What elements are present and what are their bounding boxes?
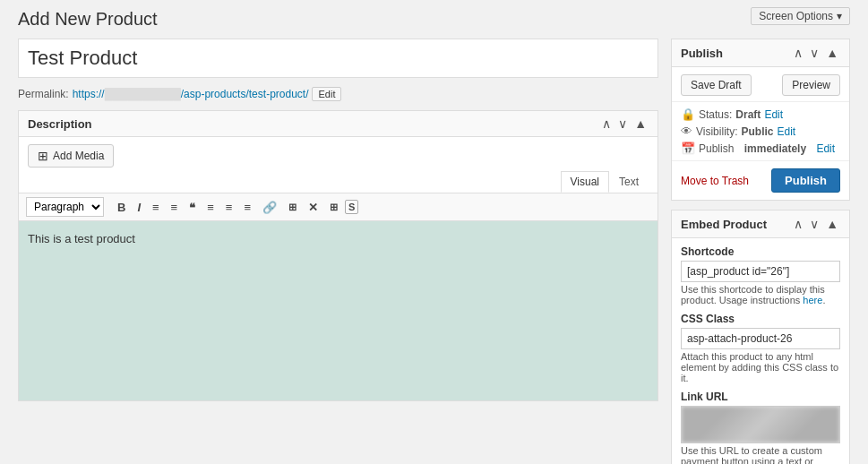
toolbar-bold-button[interactable]: B: [113, 199, 130, 216]
link-url-hint: Use this URL to create a custom payment …: [681, 445, 840, 464]
embed-product-panel: Embed Product ∧ ∨ ▲ Shortcode Use this s…: [671, 210, 850, 464]
tab-text[interactable]: Text: [609, 171, 649, 193]
status-edit-link[interactable]: Edit: [764, 108, 783, 121]
paragraph-select[interactable]: Paragraph: [26, 197, 104, 217]
toolbar-link-button[interactable]: 🔗: [258, 199, 281, 216]
shortcode-input[interactable]: [681, 261, 840, 282]
add-media-icon: ⊞: [38, 149, 48, 163]
preview-button[interactable]: Preview: [782, 74, 840, 96]
status-meta-item: 🔒 Status: Draft Edit: [681, 107, 840, 121]
publish-panel-controls: ∧ ∨ ▲: [792, 46, 840, 60]
tab-visual[interactable]: Visual: [561, 171, 609, 193]
toolbar-ol-button[interactable]: ≡: [167, 199, 183, 216]
permalink-url[interactable]: https://██████████/asp-products/test-pro…: [73, 88, 309, 100]
page-title: Add New Product: [18, 9, 850, 30]
visibility-label: Visibility:: [696, 125, 737, 138]
description-box: Description ∧ ∨ ▲ ⊞ Add Media: [18, 110, 658, 401]
css-class-input[interactable]: [681, 328, 840, 349]
toolbar-ul-button[interactable]: ≡: [148, 199, 164, 216]
embed-panel-body: Shortcode Use this shortcode to display …: [672, 238, 849, 464]
chevron-down-icon: ▾: [837, 10, 842, 22]
permalink-bar: Permalink: https://██████████/asp-produc…: [18, 87, 658, 101]
lock-icon: 🔒: [681, 107, 695, 121]
description-title: Description: [28, 117, 92, 131]
toolbar-italic-button[interactable]: I: [133, 199, 145, 216]
shortcode-field-group: Shortcode Use this shortcode to display …: [681, 245, 840, 305]
publish-time-edit-link[interactable]: Edit: [816, 142, 835, 155]
right-column: Publish ∧ ∨ ▲ Save Draft Preview 🔒 Statu…: [671, 39, 850, 464]
description-collapse-up-button[interactable]: ∧: [600, 116, 613, 131]
add-media-bar: ⊞ Add Media: [19, 137, 657, 171]
toolbar-align-left-button[interactable]: ≡: [202, 199, 219, 216]
embed-panel-title: Embed Product: [681, 218, 767, 231]
shortcode-label: Shortcode: [681, 245, 840, 258]
toolbar-table2-button[interactable]: ⊞: [325, 200, 342, 215]
embed-panel-up-button[interactable]: ∧: [792, 217, 804, 231]
save-draft-button[interactable]: Save Draft: [681, 74, 752, 96]
link-url-blur-overlay: [682, 407, 839, 443]
visibility-edit-link[interactable]: Edit: [777, 125, 795, 138]
left-column: Permalink: https://██████████/asp-produc…: [18, 39, 658, 401]
publish-button[interactable]: Publish: [771, 168, 840, 193]
publish-panel-up-button[interactable]: ∧: [792, 46, 804, 60]
editor-text: This is a test product: [28, 232, 135, 245]
link-url-preview: [681, 406, 840, 443]
css-class-label: CSS Class: [681, 313, 840, 325]
description-header-controls: ∧ ∨ ▲: [600, 116, 649, 131]
screen-options-button[interactable]: Screen Options ▾: [751, 7, 850, 25]
embed-panel-controls: ∧ ∨ ▲: [792, 217, 840, 231]
publish-panel-down-button[interactable]: ∨: [808, 46, 821, 60]
embed-panel-expand-button[interactable]: ▲: [824, 217, 840, 231]
shortcode-hint-link[interactable]: here: [803, 295, 822, 305]
description-expand-button[interactable]: ▲: [632, 116, 649, 131]
description-header: Description ∧ ∨ ▲: [19, 111, 657, 137]
add-media-label: Add Media: [53, 150, 104, 162]
permalink-edit-button[interactable]: Edit: [312, 87, 341, 101]
publish-panel-title: Publish: [681, 47, 723, 60]
toolbar-source-button[interactable]: S: [345, 200, 358, 214]
toolbar-blockquote-button[interactable]: ❝: [185, 199, 200, 216]
publish-footer: Move to Trash Publish: [672, 161, 849, 200]
product-title-input[interactable]: [18, 39, 658, 78]
css-class-field-group: CSS Class Attach this product to any htm…: [681, 313, 840, 383]
status-value: Draft: [735, 108, 761, 121]
toolbar-align-right-button[interactable]: ≡: [239, 199, 255, 216]
description-collapse-down-button[interactable]: ∨: [616, 116, 629, 131]
publish-meta: 🔒 Status: Draft Edit 👁 Visibility: Publi…: [672, 101, 849, 161]
add-media-button[interactable]: ⊞ Add Media: [28, 144, 114, 168]
css-class-hint: Attach this product to any html element …: [681, 351, 840, 383]
toolbar-table-button[interactable]: ⊞: [284, 200, 301, 215]
visibility-value: Public: [741, 125, 773, 138]
publish-panel: Publish ∧ ∨ ▲ Save Draft Preview 🔒 Statu…: [671, 39, 850, 201]
toolbar-align-center-button[interactable]: ≡: [221, 199, 237, 216]
eye-icon: 👁: [681, 125, 692, 138]
publish-panel-header: Publish ∧ ∨ ▲: [672, 39, 849, 67]
embed-panel-header: Embed Product ∧ ∨ ▲: [672, 211, 849, 238]
visibility-meta-item: 👁 Visibility: Public Edit: [681, 125, 840, 138]
publish-time-label: Publish: [699, 142, 734, 155]
publish-time-value: immediately: [744, 142, 806, 155]
schedule-meta-item: 📅 Publish immediately Edit: [681, 142, 840, 155]
permalink-label: Permalink:: [18, 88, 69, 100]
calendar-icon: 📅: [681, 142, 695, 155]
embed-panel-down-button[interactable]: ∨: [808, 217, 821, 231]
shortcode-hint: Use this shortcode to display this produ…: [681, 284, 840, 305]
link-url-label: Link URL: [681, 391, 840, 403]
toolbar-remove-format-button[interactable]: ✕: [304, 199, 322, 216]
editor-content[interactable]: This is a test product: [19, 221, 657, 400]
status-label: Status:: [699, 108, 732, 121]
screen-options-label: Screen Options: [759, 10, 833, 22]
publish-panel-expand-button[interactable]: ▲: [824, 46, 840, 60]
move-to-trash-link[interactable]: Move to Trash: [681, 175, 749, 187]
publish-actions: Save Draft Preview: [672, 67, 849, 101]
editor-toolbar: Paragraph B I ≡ ≡ ❝ ≡ ≡ ≡ 🔗 ⊞ ✕ ⊞ S: [19, 193, 657, 221]
link-url-field-group: Link URL Use this URL to create a custom…: [681, 391, 840, 464]
